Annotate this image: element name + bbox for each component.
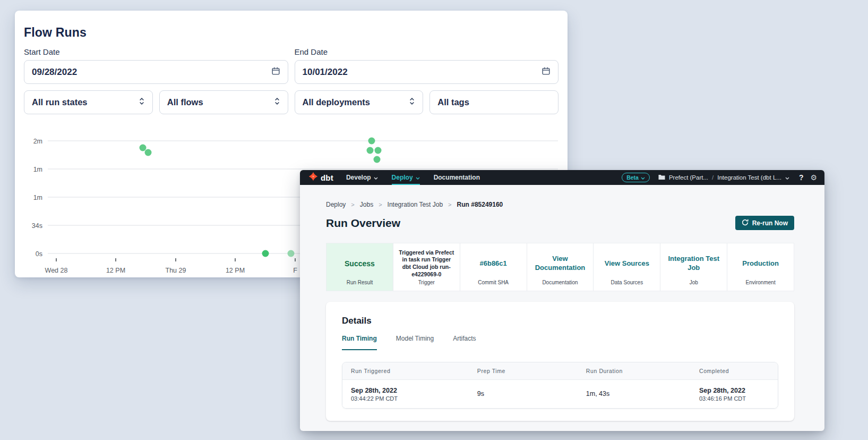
flow-run-point[interactable] <box>288 250 295 257</box>
tab-artifacts[interactable]: Artifacts <box>453 335 476 350</box>
nav-item-documentation-label: Documentation <box>434 174 480 181</box>
job-label: Job <box>660 280 727 291</box>
x-axis-tick-label: 12 PM <box>106 267 125 274</box>
beta-dropdown[interactable]: Beta <box>622 173 650 182</box>
nav-item-develop-label: Develop <box>346 174 371 181</box>
breadcrumb-jobs[interactable]: Jobs <box>360 201 373 208</box>
job-link[interactable]: Integration Test Job <box>660 243 727 280</box>
rerun-now-button[interactable]: Re-run Now <box>735 216 794 230</box>
start-date-input[interactable]: 09/28/2022 <box>24 60 288 84</box>
chevron-down-icon <box>785 174 789 181</box>
flow-run-point[interactable] <box>375 147 382 154</box>
run-states-select[interactable]: All run states <box>24 90 153 114</box>
prep-time-cell: 9s <box>469 380 578 408</box>
path-separator: / <box>712 174 714 181</box>
nav-item-documentation[interactable]: Documentation <box>434 170 480 185</box>
completed-cell: Sep 28th, 2022 03:46:16 PM CDT <box>691 380 778 408</box>
view-documentation-link[interactable]: View Documentation <box>527 243 594 280</box>
tags-select-value: All tags <box>437 97 551 107</box>
start-date-label: Start Date <box>24 46 288 57</box>
flows-select[interactable]: All flows <box>159 90 288 114</box>
table-row: Sep 28th, 2022 03:44:22 PM CDT 9s 1m, 43… <box>342 380 778 408</box>
documentation-card: View Documentation Documentation <box>527 243 594 291</box>
tags-select[interactable]: All tags <box>429 90 558 114</box>
data-sources-card: View Sources Data Sources <box>593 243 660 291</box>
dbt-logo-icon <box>308 172 318 183</box>
deployments-select[interactable]: All deployments <box>295 90 424 114</box>
end-date-value: 10/01/2022 <box>303 67 542 78</box>
updown-chevrons-icon <box>139 97 145 108</box>
end-date-label: End Date <box>295 46 559 57</box>
commit-sha-link[interactable]: #6b86c1 <box>460 243 527 280</box>
page-title: Run Overview <box>326 217 400 230</box>
run-result-label: Run Result <box>326 280 393 291</box>
calendar-icon[interactable] <box>542 66 551 78</box>
end-date-input[interactable]: 10/01/2022 <box>295 60 559 84</box>
flow-run-point[interactable] <box>368 138 375 145</box>
run-result-value: Success <box>326 243 393 280</box>
filter-select-row: All run states All flows All deployments… <box>24 90 558 114</box>
dbt-top-navbar: dbt Develop Deploy Documentation Beta Pr… <box>300 170 824 185</box>
project-name: Prefect (Part... <box>669 174 708 181</box>
documentation-label: Documentation <box>527 280 594 291</box>
trigger-value: Triggered via Prefect in task run Trigge… <box>393 243 460 280</box>
col-prep-time: Prep Time <box>469 362 578 379</box>
dbt-content-area: Deploy > Jobs > Integration Test Job > R… <box>300 201 824 421</box>
tab-model-timing[interactable]: Model Timing <box>396 335 434 350</box>
environment-link[interactable]: Production <box>727 243 794 280</box>
end-date-field: End Date 10/01/2022 <box>295 46 559 84</box>
nav-item-deploy[interactable]: Deploy <box>392 170 420 185</box>
flow-run-point[interactable] <box>367 147 374 154</box>
project-environment-switcher[interactable]: Prefect (Part... / Integration Test (dbt… <box>658 174 789 181</box>
nav-item-deploy-label: Deploy <box>392 174 413 181</box>
y-axis-tick-label: 2m <box>33 138 42 145</box>
y-axis-tick-label: 0s <box>36 250 42 258</box>
commit-sha-card: #6b86c1 Commit SHA <box>460 243 527 291</box>
desktop: { "page": { "background": "#dce3ed" }, "… <box>0 0 868 440</box>
flow-run-point[interactable] <box>140 145 147 151</box>
breadcrumb-separator: > <box>379 201 382 208</box>
run-summary-cards: Success Run Result Triggered via Prefect… <box>326 243 794 291</box>
gear-icon[interactable]: ⚙ <box>810 174 817 181</box>
completed-date: Sep 28th, 2022 <box>699 386 769 395</box>
x-axis-tick-label: 12 PM <box>226 267 245 274</box>
flow-run-point[interactable] <box>262 250 269 257</box>
y-axis-tick-label: 34s <box>32 222 42 230</box>
flow-run-point[interactable] <box>374 156 381 163</box>
page-title-row: Run Overview Re-run Now <box>326 216 794 230</box>
breadcrumb-job-name[interactable]: Integration Test Job <box>388 201 443 208</box>
x-axis-tick-label: Wed 28 <box>45 267 68 274</box>
run-triggered-date: Sep 28th, 2022 <box>351 386 460 395</box>
rerun-now-label: Re-run Now <box>752 219 788 227</box>
dbt-cloud-window: dbt Develop Deploy Documentation Beta Pr… <box>300 170 824 431</box>
updown-chevrons-icon <box>274 97 280 108</box>
run-triggered-cell: Sep 28th, 2022 03:44:22 PM CDT <box>342 380 469 408</box>
view-sources-link[interactable]: View Sources <box>594 243 660 280</box>
details-tabs: Run Timing Model Timing Artifacts <box>342 335 778 350</box>
x-axis-tick-label: F <box>293 267 297 274</box>
run-timing-table: Run Triggered Prep Time Run Duration Com… <box>342 362 778 409</box>
deployments-select-value: All deployments <box>303 97 409 107</box>
tab-run-timing[interactable]: Run Timing <box>342 335 377 350</box>
nav-item-develop[interactable]: Develop <box>346 170 378 185</box>
calendar-icon[interactable] <box>271 66 280 78</box>
chevron-down-icon <box>374 174 378 181</box>
flow-run-point[interactable] <box>145 149 152 156</box>
help-button[interactable]: ? <box>799 173 804 182</box>
environment-name: Integration Test (dbt L... <box>717 174 781 181</box>
commit-sha-label: Commit SHA <box>460 280 527 291</box>
details-title: Details <box>342 316 778 326</box>
environment-label: Environment <box>727 280 794 291</box>
beta-label: Beta <box>626 174 639 181</box>
updown-chevrons-icon <box>409 97 415 108</box>
start-date-field: Start Date 09/28/2022 <box>24 46 288 84</box>
col-run-duration: Run Duration <box>578 362 691 379</box>
col-run-triggered: Run Triggered <box>342 362 469 379</box>
breadcrumb-deploy[interactable]: Deploy <box>326 201 346 208</box>
breadcrumb-separator: > <box>351 201 354 208</box>
flow-runs-title: Flow Runs <box>24 24 558 40</box>
details-card: Details Run Timing Model Timing Artifact… <box>326 302 794 421</box>
y-axis-tick-label: 1m <box>33 166 42 173</box>
run-timing-table-header: Run Triggered Prep Time Run Duration Com… <box>342 362 778 380</box>
dbt-logo[interactable]: dbt <box>308 172 333 183</box>
